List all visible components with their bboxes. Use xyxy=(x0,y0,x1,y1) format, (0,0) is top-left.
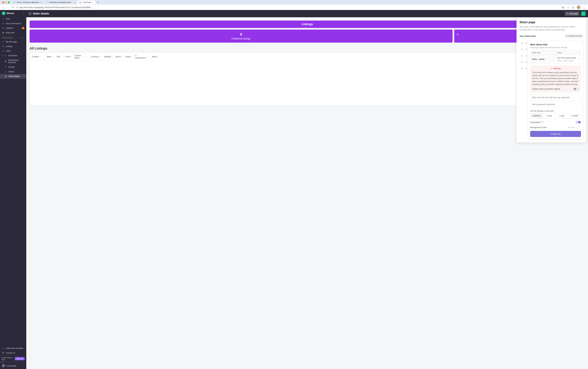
folder-icon[interactable]: ▭ xyxy=(21,37,22,39)
sidebar-item-marketplace-overview[interactable]: ⊞ Marketplace overview xyxy=(0,58,26,65)
warning-header: ⚠ Warning xyxy=(532,67,579,70)
col-brand[interactable]: Brand⇅ xyxy=(114,53,123,61)
sidebar-label: Marketplace overview xyxy=(8,59,24,64)
create-link-button[interactable]: Create link ↖ xyxy=(530,131,581,137)
lifespan-label: Set the lifespan of your link xyxy=(530,110,581,112)
profile-avatar[interactable] xyxy=(577,5,580,9)
reload-button[interactable]: ⟳ xyxy=(11,6,14,9)
sidebar-bottom: ⍟ Invite team member ✉ Contact us 6 days… xyxy=(0,346,26,369)
sidebar-item-listings[interactable]: ≡ Listings xyxy=(0,44,26,49)
col-deleted[interactable]: Deleted⇅ xyxy=(102,53,114,61)
tabs-dropdown-icon[interactable]: ⌄ xyxy=(583,1,587,4)
listings-banner: Listings xyxy=(30,20,585,28)
th-value: Value xyxy=(556,50,581,55)
sidebar-item-contact[interactable]: ✉ Contact us xyxy=(0,351,26,355)
url-field[interactable]: ⚙ app.lemonado.io/page/pg-7ah3nvci832hbn… xyxy=(16,6,560,9)
workspace-section-header: WORKSPACE ▭ ▯ xyxy=(0,35,26,40)
page-icon xyxy=(29,12,31,15)
col-state[interactable]: State⇅ xyxy=(45,53,54,61)
section-label: WORKSPACE xyxy=(2,37,13,39)
col-title[interactable]: Title⇅ xyxy=(54,53,63,61)
copy-icon[interactable]: ⎘ xyxy=(520,61,523,64)
copy-icon[interactable]: ⎘ xyxy=(520,41,523,44)
workspace-switcher[interactable]: B Bikester ⌄ xyxy=(0,10,26,17)
extensions-icon[interactable]: ⊡ xyxy=(572,6,575,9)
dropdown-value: Get from query string xyxy=(557,57,576,59)
site-settings-icon[interactable]: ⚙ xyxy=(16,6,18,9)
col-status[interactable]: Status xyxy=(150,53,159,61)
bookmark-icon[interactable]: ☆ xyxy=(567,6,570,9)
code-icon[interactable]: </ xyxy=(525,48,528,51)
copy-icon[interactable]: ⎘ xyxy=(520,48,523,51)
col-transactions[interactable]: # transactions⇅ xyxy=(133,53,150,61)
value-dropdown[interactable]: Get from query string ⌄ xyxy=(557,57,579,59)
help-icon[interactable]: ? xyxy=(541,121,544,123)
sidebar-item-seller-details[interactable]: ◎ Seller details xyxy=(0,74,26,79)
menu-icon[interactable]: ⋮ xyxy=(583,6,585,9)
signing-toggle[interactable] xyxy=(573,87,579,91)
copy-icon[interactable]: ⎘ xyxy=(520,54,523,57)
sidebar-item-growth[interactable]: ⤴ Growth xyxy=(0,65,26,69)
lifespan-1hour[interactable]: 1 hour xyxy=(543,113,556,118)
sort-icon: ⇅ xyxy=(121,56,123,58)
new-tab-button[interactable]: + xyxy=(96,1,100,4)
close-tab-icon[interactable]: × xyxy=(40,1,42,4)
lifespan-1month[interactable]: 1 month xyxy=(568,113,581,118)
input-table-header: Page input Value xyxy=(530,50,581,55)
sidebar-item-my-first-page[interactable]: ♡ My first page xyxy=(0,40,26,44)
close-tab-icon[interactable]: × xyxy=(74,1,75,4)
sidebar-item-sharetribe[interactable]: ▭ Sharetribe xyxy=(0,53,26,58)
lifespan-1day[interactable]: 1 day xyxy=(556,113,568,118)
share-button[interactable] xyxy=(581,11,586,16)
browser-tab-bikestore[interactable]: ◈ Sell or rent bikes | Bikestore × xyxy=(12,0,43,4)
code-icon[interactable]: </ xyxy=(525,67,528,70)
code-icon[interactable]: </ xyxy=(525,54,528,57)
create-new-link-button[interactable]: ⎘ Create new link xyxy=(565,34,583,38)
tag-input[interactable] xyxy=(530,95,581,100)
sidebar-item-updates[interactable]: ↻ Updates 2 xyxy=(0,26,26,31)
create-new-label: Create new link xyxy=(568,35,582,37)
col-price[interactable]: Price⇅ xyxy=(63,53,72,61)
traffic-lights xyxy=(1,1,11,3)
list-icon: ≡ xyxy=(2,45,4,48)
sidebar-label: Sharetribe xyxy=(8,54,17,57)
page-icon[interactable]: ▯ xyxy=(23,37,24,39)
sidebar-item-ask-ai[interactable]: ✦ Ask Lemonado AI xyxy=(0,21,26,26)
minimize-window-btn[interactable] xyxy=(5,1,7,3)
color-picker[interactable] xyxy=(576,126,579,129)
sidebar-item-invite[interactable]: ⍟ Invite team member xyxy=(0,346,26,351)
col-created[interactable]: Created⇅ xyxy=(30,53,45,61)
code-icon[interactable]: </ xyxy=(525,41,528,44)
install-app-icon[interactable]: ⊕ xyxy=(562,6,565,9)
chevron-down-icon[interactable]: ⌄ xyxy=(580,126,581,128)
forward-button[interactable]: → xyxy=(6,6,10,9)
share-description: Tag, share, track! With your personalize… xyxy=(519,25,583,31)
code-icon[interactable]: </ xyxy=(525,61,528,64)
maximize-window-btn[interactable] xyxy=(8,1,10,3)
back-button[interactable]: ← xyxy=(1,6,5,9)
close-window-btn[interactable] xyxy=(2,1,4,3)
chevron-down-icon: ⌄ xyxy=(578,57,579,59)
sidebar-label: Invite team member xyxy=(6,347,23,349)
lifespan-indefinite[interactable]: Indefinite xyxy=(530,113,543,118)
col-notes[interactable]: Notes⇅ xyxy=(123,53,133,61)
chevron-down-icon: ⌄ xyxy=(23,12,24,14)
col-stock[interactable]: Current Stock⇅ xyxy=(72,53,89,61)
sidebar-item-sellers[interactable]: ☺ Sellers xyxy=(0,69,26,74)
sidebar-item-data-view[interactable]: ⊞ Data view xyxy=(0,31,26,35)
browser-tab-lemonado[interactable]: ◐ Lemonado × xyxy=(77,0,95,4)
sidebar-label: Updates xyxy=(6,27,13,29)
sidebar-item-users[interactable]: ⍟ Users xyxy=(0,49,26,53)
upgrade-button[interactable]: Upgrade xyxy=(15,357,25,360)
close-tab-icon[interactable]: × xyxy=(92,1,93,4)
edit-page-button[interactable]: ✎ Edit page xyxy=(565,11,579,16)
copy-icon[interactable]: ⎘ xyxy=(520,67,523,70)
col-currency[interactable]: Currency⇅ xyxy=(89,53,102,61)
password-input[interactable] xyxy=(530,102,581,107)
browser-tab-sharetribe[interactable]: ✦ Sharetribe embedded dashbo × xyxy=(44,0,77,4)
sidebar-item-start[interactable]: ⌂ Start xyxy=(0,17,26,21)
embedded-row: Embedded ? xyxy=(530,121,581,124)
embedded-toggle[interactable] xyxy=(575,121,581,124)
url-text: app.lemonado.io/page/pg-7ah3nvci832hbnoa… xyxy=(20,6,91,9)
sort-icon: ⇅ xyxy=(70,56,72,58)
